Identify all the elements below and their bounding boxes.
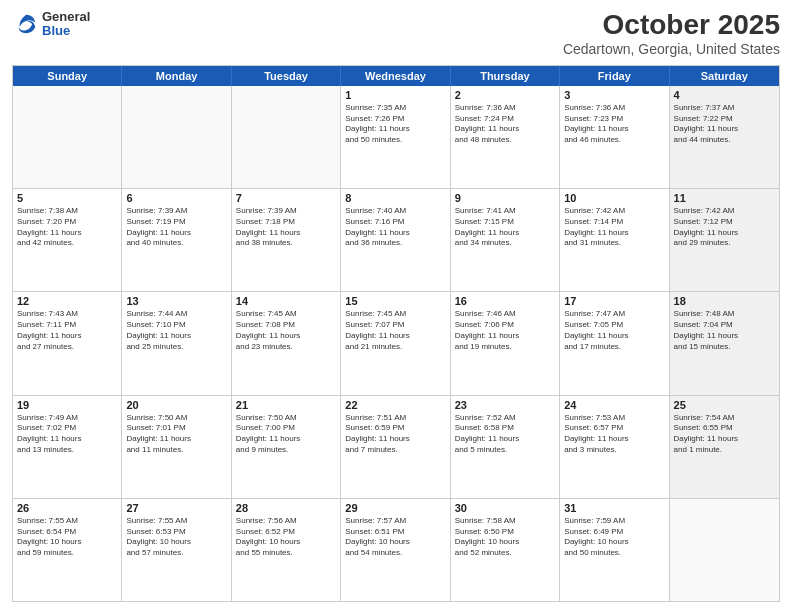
day-info: Sunrise: 7:39 AM Sunset: 7:19 PM Dayligh… [126,206,226,249]
day-number: 6 [126,192,226,204]
day-cell-15: 15Sunrise: 7:45 AM Sunset: 7:07 PM Dayli… [341,292,450,394]
header-day-thursday: Thursday [451,66,560,86]
day-number: 28 [236,502,336,514]
day-number: 12 [17,295,117,307]
calendar-row-4: 26Sunrise: 7:55 AM Sunset: 6:54 PM Dayli… [13,498,779,601]
header-day-monday: Monday [122,66,231,86]
day-info: Sunrise: 7:44 AM Sunset: 7:10 PM Dayligh… [126,309,226,352]
day-number: 20 [126,399,226,411]
day-info: Sunrise: 7:41 AM Sunset: 7:15 PM Dayligh… [455,206,555,249]
empty-cell-0-2 [232,86,341,188]
empty-cell-0-1 [122,86,231,188]
day-number: 27 [126,502,226,514]
day-cell-29: 29Sunrise: 7:57 AM Sunset: 6:51 PM Dayli… [341,499,450,601]
day-info: Sunrise: 7:45 AM Sunset: 7:08 PM Dayligh… [236,309,336,352]
day-cell-5: 5Sunrise: 7:38 AM Sunset: 7:20 PM Daylig… [13,189,122,291]
day-info: Sunrise: 7:52 AM Sunset: 6:58 PM Dayligh… [455,413,555,456]
day-info: Sunrise: 7:37 AM Sunset: 7:22 PM Dayligh… [674,103,775,146]
day-cell-25: 25Sunrise: 7:54 AM Sunset: 6:55 PM Dayli… [670,396,779,498]
day-info: Sunrise: 7:47 AM Sunset: 7:05 PM Dayligh… [564,309,664,352]
calendar-header: SundayMondayTuesdayWednesdayThursdayFrid… [13,66,779,86]
calendar-row-0: 1Sunrise: 7:35 AM Sunset: 7:26 PM Daylig… [13,86,779,188]
day-cell-12: 12Sunrise: 7:43 AM Sunset: 7:11 PM Dayli… [13,292,122,394]
day-cell-8: 8Sunrise: 7:40 AM Sunset: 7:16 PM Daylig… [341,189,450,291]
day-number: 3 [564,89,664,101]
day-info: Sunrise: 7:48 AM Sunset: 7:04 PM Dayligh… [674,309,775,352]
header-day-tuesday: Tuesday [232,66,341,86]
day-number: 21 [236,399,336,411]
month-title: October 2025 [563,10,780,41]
day-info: Sunrise: 7:35 AM Sunset: 7:26 PM Dayligh… [345,103,445,146]
day-info: Sunrise: 7:57 AM Sunset: 6:51 PM Dayligh… [345,516,445,559]
day-number: 17 [564,295,664,307]
logo-blue-text: Blue [42,24,90,38]
day-number: 10 [564,192,664,204]
calendar: SundayMondayTuesdayWednesdayThursdayFrid… [12,65,780,602]
day-number: 14 [236,295,336,307]
day-cell-11: 11Sunrise: 7:42 AM Sunset: 7:12 PM Dayli… [670,189,779,291]
day-cell-14: 14Sunrise: 7:45 AM Sunset: 7:08 PM Dayli… [232,292,341,394]
day-cell-3: 3Sunrise: 7:36 AM Sunset: 7:23 PM Daylig… [560,86,669,188]
day-info: Sunrise: 7:39 AM Sunset: 7:18 PM Dayligh… [236,206,336,249]
logo: General Blue [12,10,90,39]
empty-cell-0-0 [13,86,122,188]
day-cell-22: 22Sunrise: 7:51 AM Sunset: 6:59 PM Dayli… [341,396,450,498]
header-day-saturday: Saturday [670,66,779,86]
logo-general-text: General [42,10,90,24]
calendar-row-1: 5Sunrise: 7:38 AM Sunset: 7:20 PM Daylig… [13,188,779,291]
day-info: Sunrise: 7:55 AM Sunset: 6:54 PM Dayligh… [17,516,117,559]
day-info: Sunrise: 7:50 AM Sunset: 7:01 PM Dayligh… [126,413,226,456]
day-number: 23 [455,399,555,411]
day-cell-27: 27Sunrise: 7:55 AM Sunset: 6:53 PM Dayli… [122,499,231,601]
calendar-row-2: 12Sunrise: 7:43 AM Sunset: 7:11 PM Dayli… [13,291,779,394]
day-info: Sunrise: 7:36 AM Sunset: 7:23 PM Dayligh… [564,103,664,146]
logo-text: General Blue [42,10,90,39]
day-info: Sunrise: 7:55 AM Sunset: 6:53 PM Dayligh… [126,516,226,559]
calendar-row-3: 19Sunrise: 7:49 AM Sunset: 7:02 PM Dayli… [13,395,779,498]
day-number: 13 [126,295,226,307]
day-cell-20: 20Sunrise: 7:50 AM Sunset: 7:01 PM Dayli… [122,396,231,498]
header-day-wednesday: Wednesday [341,66,450,86]
day-number: 29 [345,502,445,514]
day-cell-30: 30Sunrise: 7:58 AM Sunset: 6:50 PM Dayli… [451,499,560,601]
svg-rect-0 [12,10,40,38]
day-number: 26 [17,502,117,514]
day-cell-7: 7Sunrise: 7:39 AM Sunset: 7:18 PM Daylig… [232,189,341,291]
logo-icon [12,10,40,38]
day-cell-4: 4Sunrise: 7:37 AM Sunset: 7:22 PM Daylig… [670,86,779,188]
day-info: Sunrise: 7:49 AM Sunset: 7:02 PM Dayligh… [17,413,117,456]
day-number: 19 [17,399,117,411]
day-cell-28: 28Sunrise: 7:56 AM Sunset: 6:52 PM Dayli… [232,499,341,601]
day-cell-31: 31Sunrise: 7:59 AM Sunset: 6:49 PM Dayli… [560,499,669,601]
day-info: Sunrise: 7:36 AM Sunset: 7:24 PM Dayligh… [455,103,555,146]
day-number: 1 [345,89,445,101]
header: General Blue October 2025 Cedartown, Geo… [12,10,780,57]
day-cell-24: 24Sunrise: 7:53 AM Sunset: 6:57 PM Dayli… [560,396,669,498]
header-day-friday: Friday [560,66,669,86]
day-number: 18 [674,295,775,307]
day-number: 8 [345,192,445,204]
calendar-body: 1Sunrise: 7:35 AM Sunset: 7:26 PM Daylig… [13,86,779,601]
day-number: 7 [236,192,336,204]
day-cell-10: 10Sunrise: 7:42 AM Sunset: 7:14 PM Dayli… [560,189,669,291]
day-info: Sunrise: 7:51 AM Sunset: 6:59 PM Dayligh… [345,413,445,456]
day-number: 4 [674,89,775,101]
day-info: Sunrise: 7:58 AM Sunset: 6:50 PM Dayligh… [455,516,555,559]
day-cell-26: 26Sunrise: 7:55 AM Sunset: 6:54 PM Dayli… [13,499,122,601]
day-number: 30 [455,502,555,514]
day-info: Sunrise: 7:45 AM Sunset: 7:07 PM Dayligh… [345,309,445,352]
day-number: 31 [564,502,664,514]
empty-cell-4-6 [670,499,779,601]
day-cell-17: 17Sunrise: 7:47 AM Sunset: 7:05 PM Dayli… [560,292,669,394]
day-cell-6: 6Sunrise: 7:39 AM Sunset: 7:19 PM Daylig… [122,189,231,291]
title-block: October 2025 Cedartown, Georgia, United … [563,10,780,57]
day-number: 24 [564,399,664,411]
day-info: Sunrise: 7:54 AM Sunset: 6:55 PM Dayligh… [674,413,775,456]
day-cell-19: 19Sunrise: 7:49 AM Sunset: 7:02 PM Dayli… [13,396,122,498]
day-cell-18: 18Sunrise: 7:48 AM Sunset: 7:04 PM Dayli… [670,292,779,394]
day-info: Sunrise: 7:42 AM Sunset: 7:14 PM Dayligh… [564,206,664,249]
day-info: Sunrise: 7:59 AM Sunset: 6:49 PM Dayligh… [564,516,664,559]
day-cell-1: 1Sunrise: 7:35 AM Sunset: 7:26 PM Daylig… [341,86,450,188]
day-cell-16: 16Sunrise: 7:46 AM Sunset: 7:06 PM Dayli… [451,292,560,394]
day-info: Sunrise: 7:42 AM Sunset: 7:12 PM Dayligh… [674,206,775,249]
